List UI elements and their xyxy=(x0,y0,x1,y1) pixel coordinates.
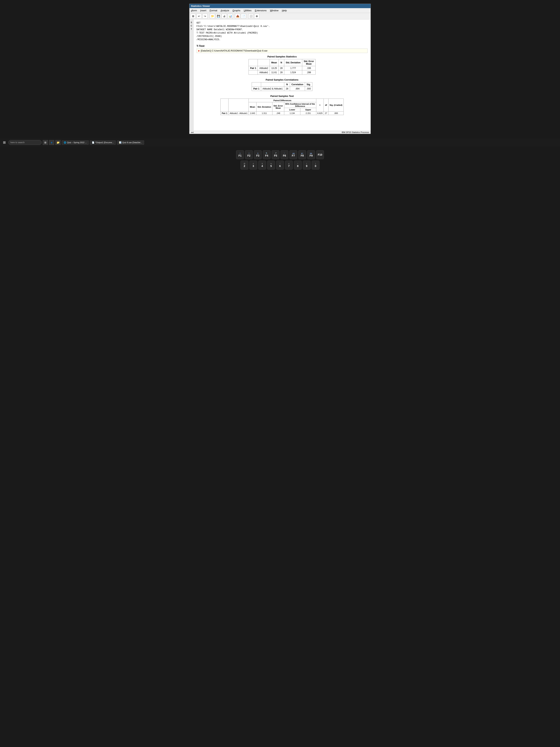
key-f9[interactable]: ▶▶ F9 xyxy=(307,150,315,159)
test-th-empty1 xyxy=(220,99,229,111)
key-7[interactable]: & 7 xyxy=(285,161,293,170)
paired-test-section: Paired Samples Test Paired Differences t… xyxy=(196,95,368,115)
key-f8[interactable]: ▶‖ F8 xyxy=(298,150,306,159)
toolbar-print-btn[interactable]: 🖨 xyxy=(222,14,227,19)
test-upper: 2.151 xyxy=(300,111,316,115)
test-df: 27 xyxy=(324,111,328,115)
start-button[interactable]: ⊞ xyxy=(1,140,7,145)
menu-help[interactable]: Help xyxy=(281,8,288,12)
key-6[interactable]: ^ 6 xyxy=(276,161,284,170)
key-3-top: # xyxy=(253,163,254,164)
toolbar-file-btn[interactable]: 📄 xyxy=(241,14,246,19)
taskbar-folder-btn[interactable]: 📁 xyxy=(55,140,60,145)
taskbar-dataset-btn[interactable]: 📊 Quiz 8.sav [DataSet... xyxy=(117,140,144,145)
key-7-main: 7 xyxy=(288,164,290,168)
search-placeholder: here to search xyxy=(10,141,25,144)
key-0-top: ) xyxy=(315,163,316,164)
key-f7-fn: ◀◀ xyxy=(292,153,294,154)
paired-test-table: Paired Differences t df Sig. (2-tailed) … xyxy=(220,99,344,115)
toolbar-plus-btn[interactable]: ⊕ xyxy=(254,14,260,19)
key-4[interactable]: $ 4 xyxy=(258,161,266,170)
dataset-arrow: ➤ xyxy=(198,49,200,52)
toolbar-grid-btn[interactable]: ⊞ xyxy=(191,14,196,19)
taskbar-quiz-btn[interactable]: 🌐 Quiz – Spring 2022 ... xyxy=(62,140,89,145)
key-f6-main: F6 xyxy=(283,154,286,157)
left-panel-c: C xyxy=(191,25,192,27)
menu-window[interactable]: Window xyxy=(268,8,280,12)
taskbar-output-btn[interactable]: 📄 *Output1 [Docume... xyxy=(90,140,116,145)
key-f1[interactable]: ✦ F1 xyxy=(236,150,244,159)
corr-th-empty2 xyxy=(261,82,284,87)
test-sig: .000 xyxy=(328,111,344,115)
toolbar-open-btn[interactable]: 📁 xyxy=(210,14,215,19)
test-th-mean: Mean xyxy=(249,102,256,111)
key-2-main: 2 xyxy=(244,164,245,168)
taskbar-edge-btn[interactable]: e xyxy=(49,140,54,145)
dataset-path: ➤ [DataSet1] C:\Users\NATALIE.ROODMAN77\… xyxy=(196,49,368,53)
menu-insert[interactable]: Insert xyxy=(199,8,208,12)
key-3[interactable]: # 3 xyxy=(249,161,257,170)
search-bar[interactable]: here to search xyxy=(8,140,42,145)
menu-utilities[interactable]: Utilities xyxy=(242,8,253,12)
syntax-block: GET FILE='C:\Users\NATALIE.ROODMAN77\Dow… xyxy=(196,21,368,41)
menu-graphs[interactable]: Graphs xyxy=(231,8,242,12)
output-area[interactable]: GET FILE='C:\Users\NATALIE.ROODMAN77\Dow… xyxy=(193,20,371,131)
attitude2-label: Attitude2 xyxy=(258,66,270,70)
taskbar-dataset-label: Quiz 8.sav [DataSet... xyxy=(122,141,142,144)
taskbar: ⊞ here to search ⊞ e 📁 🌐 Quiz – Spring 2… xyxy=(0,138,560,147)
key-f10[interactable]: F10 xyxy=(316,150,324,159)
key-5-top: % xyxy=(270,163,272,164)
key-f1-main: F1 xyxy=(239,154,241,157)
key-f7[interactable]: ◀◀ F7 xyxy=(289,150,297,159)
taskbar-grid-btn[interactable]: ⊞ xyxy=(43,140,48,145)
spss-window: Statistics Viewer sform Insert Format An… xyxy=(189,4,371,134)
test-th-df: df xyxy=(324,99,328,111)
key-f6[interactable]: ☾ F6 xyxy=(281,150,288,159)
key-f4-fn: 🔍 xyxy=(266,153,268,154)
key-8-main: 8 xyxy=(297,164,298,168)
syntax-line5: /CRITERIA=CI(.9500) xyxy=(196,35,368,38)
test-sd: 1.311 xyxy=(256,111,272,115)
left-panel-t: T xyxy=(191,28,192,30)
key-f3-fn: ⊞ xyxy=(257,153,259,154)
key-f5-fn: 🎤 xyxy=(275,153,276,154)
key-f5[interactable]: 🎤 F5 xyxy=(272,150,279,159)
toolbar-blank-btn[interactable]: ⬜ xyxy=(248,14,254,19)
corr-sig: .000 xyxy=(305,87,312,91)
test-lower: 1.134 xyxy=(284,111,300,115)
toolbar-table-btn[interactable]: 📊 xyxy=(228,14,233,19)
toolbar-undo-btn[interactable]: ↩ xyxy=(196,14,202,19)
corr-n: 28 xyxy=(284,87,290,91)
test-variable: Attitude2 - Attitude1 xyxy=(229,111,249,115)
menu-sform[interactable]: sform xyxy=(189,8,198,12)
keyboard: ✦ F1 ☀ F2 ⊞ F3 🔍 F4 🎤 F5 ☾ F6 ◀◀ F7 ▶‖ xyxy=(0,148,560,173)
menu-analyze[interactable]: Analyze xyxy=(219,8,231,12)
toolbar-export-btn[interactable]: 📤 xyxy=(235,14,240,19)
test-pair1-label: Pair 1 xyxy=(220,111,229,115)
key-4-main: 4 xyxy=(262,164,263,168)
taskbar-quiz-icon: 🌐 xyxy=(64,141,66,144)
menu-extensions[interactable]: Extensions xyxy=(254,8,268,12)
paired-corr-table: N Correlation Sig. Pair 1 Attitude2 & At… xyxy=(252,82,313,91)
key-8[interactable]: * 8 xyxy=(294,161,302,170)
taskbar-quiz-label: Quiz – Spring 2022 ... xyxy=(67,141,87,144)
key-f4[interactable]: 🔍 F4 xyxy=(263,150,271,159)
toolbar-save-btn[interactable]: 💾 xyxy=(216,14,221,19)
key-6-top: ^ xyxy=(279,163,281,164)
key-2[interactable]: @ 2 xyxy=(241,161,248,170)
key-f9-main: F9 xyxy=(310,154,313,157)
key-9[interactable]: ( 9 xyxy=(303,161,311,170)
toolbar-redo-btn[interactable]: ↪ xyxy=(203,14,208,19)
key-f7-main: F7 xyxy=(292,154,295,157)
key-f8-main: F8 xyxy=(301,154,304,157)
key-f2[interactable]: ☀ F2 xyxy=(245,150,253,159)
attitude2-n: 28 xyxy=(278,66,284,70)
test-th-empty2 xyxy=(229,99,249,111)
key-0[interactable]: ) 0 xyxy=(312,161,319,170)
menu-format[interactable]: Format xyxy=(208,8,219,12)
key-5[interactable]: % 5 xyxy=(267,161,275,170)
attitude2-sd: 1.777 xyxy=(284,66,302,70)
taskbar-output-icon: 📄 xyxy=(92,141,95,144)
attitude2-mean: 13.25 xyxy=(270,66,278,70)
key-f3[interactable]: ⊞ F3 xyxy=(254,150,262,159)
